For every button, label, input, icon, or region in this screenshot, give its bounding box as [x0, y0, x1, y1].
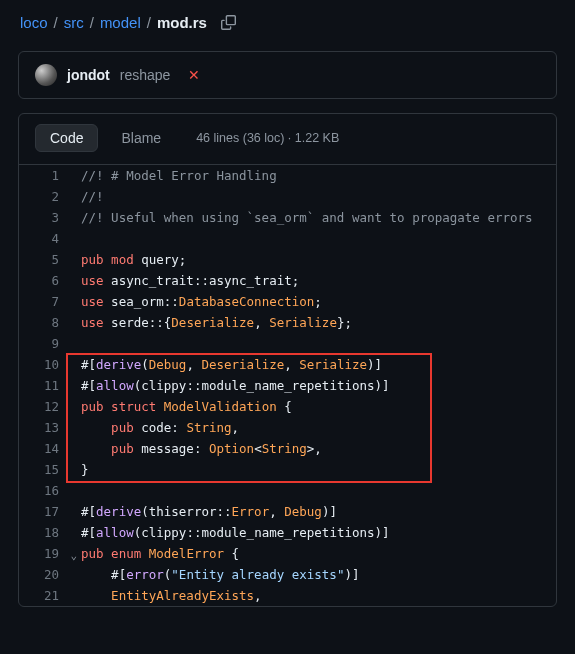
code-line[interactable]: 12pub struct ModelValidation {: [19, 396, 556, 417]
code-content: #[allow(clippy::module_name_repetitions)…: [81, 522, 390, 543]
tab-code[interactable]: Code: [35, 124, 98, 152]
code-content: pub message: Option<String>,: [81, 438, 322, 459]
line-number[interactable]: 9: [19, 333, 81, 354]
code-line[interactable]: 9: [19, 333, 556, 354]
code-content: pub mod query;: [81, 249, 186, 270]
code-content: [81, 228, 89, 249]
code-content: [81, 333, 89, 354]
commit-message[interactable]: reshape: [120, 67, 171, 83]
line-number[interactable]: 3: [19, 207, 81, 228]
code-area[interactable]: 1//! # Model Error Handling2//!3//! Usef…: [19, 164, 556, 606]
code-line[interactable]: 20 #[error("Entity already exists")]: [19, 564, 556, 585]
commit-author[interactable]: jondot: [67, 67, 110, 83]
code-line[interactable]: 1//! # Model Error Handling: [19, 165, 556, 186]
breadcrumb-sep: /: [54, 14, 58, 31]
line-number[interactable]: 19⌄: [19, 543, 81, 564]
line-number[interactable]: 6: [19, 270, 81, 291]
code-content: pub enum ModelError {: [81, 543, 239, 564]
line-number[interactable]: 12: [19, 396, 81, 417]
line-number[interactable]: 2: [19, 186, 81, 207]
code-content: #[derive(Debug, Deserialize, Serialize)]: [81, 354, 382, 375]
code-line[interactable]: 4: [19, 228, 556, 249]
avatar[interactable]: [35, 64, 57, 86]
code-content: [81, 480, 89, 501]
code-content: //! # Model Error Handling: [81, 165, 277, 186]
line-number[interactable]: 21: [19, 585, 81, 606]
code-line[interactable]: 11#[allow(clippy::module_name_repetition…: [19, 375, 556, 396]
code-line[interactable]: 10#[derive(Debug, Deserialize, Serialize…: [19, 354, 556, 375]
code-line[interactable]: 13 pub code: String,: [19, 417, 556, 438]
code-line[interactable]: 6use async_trait::async_trait;: [19, 270, 556, 291]
code-line[interactable]: 7use sea_orm::DatabaseConnection;: [19, 291, 556, 312]
code-content: EntityAlreadyExists,: [81, 585, 262, 606]
line-number[interactable]: 7: [19, 291, 81, 312]
code-line[interactable]: 5pub mod query;: [19, 249, 556, 270]
code-line[interactable]: 8use serde::{Deserialize, Serialize};: [19, 312, 556, 333]
code-content: #[derive(thiserror::Error, Debug)]: [81, 501, 337, 522]
breadcrumb: loco / src / model / mod.rs: [0, 0, 575, 41]
line-number[interactable]: 15: [19, 459, 81, 480]
code-content: use async_trait::async_trait;: [81, 270, 299, 291]
status-x-icon[interactable]: ✕: [188, 67, 200, 83]
file-info: 46 lines (36 loc) · 1.22 KB: [196, 131, 339, 145]
code-line[interactable]: 21 EntityAlreadyExists,: [19, 585, 556, 606]
code-card: Code Blame 46 lines (36 loc) · 1.22 KB 1…: [18, 113, 557, 607]
tab-blame[interactable]: Blame: [106, 124, 176, 152]
code-content: //!: [81, 186, 104, 207]
copy-path-icon[interactable]: [221, 15, 236, 30]
code-line[interactable]: 16: [19, 480, 556, 501]
code-content: }: [81, 459, 89, 480]
breadcrumb-current: mod.rs: [157, 14, 207, 31]
code-content: #[allow(clippy::module_name_repetitions)…: [81, 375, 390, 396]
breadcrumb-link[interactable]: loco: [20, 14, 48, 31]
breadcrumb-sep: /: [90, 14, 94, 31]
code-content: #[error("Entity already exists")]: [81, 564, 359, 585]
file-card: jondot reshape ✕: [18, 51, 557, 99]
code-content: pub struct ModelValidation {: [81, 396, 292, 417]
chevron-down-icon[interactable]: ⌄: [70, 545, 77, 566]
code-line[interactable]: 14 pub message: Option<String>,: [19, 438, 556, 459]
code-line[interactable]: 15}: [19, 459, 556, 480]
line-number[interactable]: 16: [19, 480, 81, 501]
breadcrumb-link[interactable]: src: [64, 14, 84, 31]
code-content: use serde::{Deserialize, Serialize};: [81, 312, 352, 333]
line-number[interactable]: 14: [19, 438, 81, 459]
line-number[interactable]: 17: [19, 501, 81, 522]
tabs-row: Code Blame 46 lines (36 loc) · 1.22 KB: [19, 114, 556, 164]
code-content: //! Useful when using `sea_orm` and want…: [81, 207, 533, 228]
breadcrumb-sep: /: [147, 14, 151, 31]
line-number[interactable]: 11: [19, 375, 81, 396]
line-number[interactable]: 5: [19, 249, 81, 270]
line-number[interactable]: 13: [19, 417, 81, 438]
line-number[interactable]: 8: [19, 312, 81, 333]
code-content: use sea_orm::DatabaseConnection;: [81, 291, 322, 312]
line-number[interactable]: 4: [19, 228, 81, 249]
code-line[interactable]: 18#[allow(clippy::module_name_repetition…: [19, 522, 556, 543]
code-line[interactable]: 19⌄pub enum ModelError {: [19, 543, 556, 564]
line-number[interactable]: 1: [19, 165, 81, 186]
code-content: pub code: String,: [81, 417, 239, 438]
code-line[interactable]: 2//!: [19, 186, 556, 207]
breadcrumb-link[interactable]: model: [100, 14, 141, 31]
code-line[interactable]: 17#[derive(thiserror::Error, Debug)]: [19, 501, 556, 522]
line-number[interactable]: 20: [19, 564, 81, 585]
code-line[interactable]: 3//! Useful when using `sea_orm` and wan…: [19, 207, 556, 228]
line-number[interactable]: 10: [19, 354, 81, 375]
line-number[interactable]: 18: [19, 522, 81, 543]
latest-commit-row[interactable]: jondot reshape ✕: [19, 52, 556, 98]
